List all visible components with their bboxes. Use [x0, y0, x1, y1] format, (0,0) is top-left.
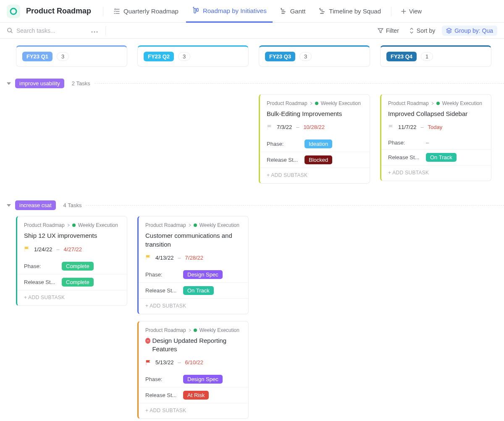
sort-label: Sort by	[417, 27, 435, 34]
release-status-label: Release St...	[24, 279, 57, 285]
release-status-badge: On Track	[183, 286, 214, 295]
column-headers: FY23 Q13FY23 Q23FY23 Q33FY23 Q41	[16, 45, 504, 67]
space-logo[interactable]	[7, 5, 20, 18]
end-date[interactable]: 6/10/22	[185, 359, 203, 366]
svg-point-4	[92, 31, 93, 32]
column-header[interactable]: FY23 Q33	[259, 45, 370, 67]
start-date[interactable]: 4/13/22	[155, 255, 173, 261]
add-subtask-button[interactable]: + ADD SUBTASK	[24, 290, 120, 301]
card-dates: 7/3/22 – 10/28/22	[267, 124, 363, 130]
task-card[interactable]: Product Roadmap Weekly Execution −Design…	[137, 321, 249, 419]
group-name-pill[interactable]: improve usability	[15, 79, 64, 88]
task-card[interactable]: Product Roadmap Weekly Execution Ship 12…	[16, 216, 127, 305]
end-date[interactable]: Today	[428, 124, 443, 130]
phase-label: Phase:	[388, 139, 421, 146]
crumb-space[interactable]: Product Roadmap	[267, 100, 307, 106]
release-status-row[interactable]: Release St... Complete	[24, 274, 120, 290]
add-subtask-button[interactable]: + ADD SUBTASK	[267, 168, 363, 179]
add-subtask-button[interactable]: + ADD SUBTASK	[145, 299, 242, 310]
phase-row[interactable]: Phase: Design Spec	[145, 267, 242, 282]
board-icon	[192, 7, 200, 14]
add-view-label: View	[409, 8, 422, 15]
card-dates: 5/13/22 – 6/10/22	[145, 359, 242, 366]
column-count: 3	[57, 52, 69, 61]
list-dot-icon	[194, 224, 197, 227]
crumb-space[interactable]: Product Roadmap	[24, 222, 65, 228]
date-separator: –	[178, 255, 181, 261]
crumb-space[interactable]: Product Roadmap	[145, 222, 186, 228]
column-header[interactable]: FY23 Q41	[380, 45, 491, 67]
group-task-count: 2 Tasks	[72, 80, 90, 87]
card-breadcrumb: Product Roadmap Weekly Execution	[388, 100, 484, 106]
crumb-space[interactable]: Product Roadmap	[388, 100, 429, 106]
group-header: improve usability 2 Tasks	[7, 79, 504, 88]
tab-gantt[interactable]: Gantt	[274, 0, 312, 23]
page-title: Product Roadmap	[26, 7, 91, 16]
card-title: Improved Collapsed Sidebar	[388, 110, 484, 118]
crumb-list[interactable]: Weekly Execution	[78, 222, 118, 228]
phase-row[interactable]: Phase: –	[388, 136, 484, 149]
release-status-row[interactable]: Release St... At Risk	[145, 387, 242, 403]
column-header[interactable]: FY23 Q23	[137, 45, 249, 67]
dash-line	[86, 205, 504, 205]
card-title: Ship 12 UX improvements	[24, 232, 120, 240]
crumb-list[interactable]: Weekly Execution	[200, 327, 239, 333]
plus-icon	[401, 8, 407, 14]
crumb-list[interactable]: Weekly Execution	[442, 100, 482, 106]
chevron-right-icon	[67, 224, 70, 227]
sort-icon	[409, 28, 414, 34]
task-card[interactable]: Product Roadmap Weekly Execution Improve…	[380, 94, 491, 181]
release-status-badge: Complete	[62, 278, 94, 287]
column-pill: FY23 Q4	[386, 52, 417, 61]
release-status-label: Release St...	[145, 287, 178, 294]
tab-label: Gantt	[290, 8, 306, 15]
chevron-right-icon	[189, 329, 191, 332]
collapse-toggle[interactable]	[7, 204, 11, 207]
start-date[interactable]: 7/3/22	[277, 124, 292, 130]
start-date[interactable]: 11/7/22	[398, 124, 416, 130]
task-card[interactable]: Product Roadmap Weekly Execution Bulk-Ed…	[259, 94, 370, 184]
sort-button[interactable]: Sort by	[406, 26, 438, 36]
end-date[interactable]: 10/28/22	[303, 124, 325, 130]
more-menu[interactable]	[89, 26, 100, 36]
phase-row[interactable]: Phase: Ideation	[267, 136, 363, 152]
phase-row[interactable]: Phase: Design Spec	[145, 371, 242, 387]
column-header[interactable]: FY23 Q13	[16, 45, 127, 67]
crumb-list[interactable]: Weekly Execution	[321, 100, 361, 106]
tab-label: Timeline by Squad	[329, 8, 381, 15]
end-date[interactable]: 4/27/22	[64, 246, 82, 253]
column: Product Roadmap Weekly Execution Bulk-Ed…	[259, 94, 370, 184]
phase-row[interactable]: Phase: Complete	[24, 258, 120, 274]
chevron-right-icon	[189, 224, 191, 227]
crumb-space[interactable]: Product Roadmap	[145, 327, 186, 333]
card-dates: 4/13/22 – 7/28/22	[145, 255, 242, 261]
date-separator: –	[296, 124, 299, 130]
add-subtask-button[interactable]: + ADD SUBTASK	[388, 166, 484, 176]
release-status-badge: At Risk	[183, 391, 209, 400]
add-view-button[interactable]: View	[396, 8, 427, 15]
group-by-button[interactable]: Group by: Qua	[442, 26, 497, 36]
crumb-list[interactable]: Weekly Execution	[200, 222, 239, 228]
start-date[interactable]: 1/24/22	[34, 246, 52, 253]
release-status-row[interactable]: Release St... On Track	[388, 150, 484, 165]
filter-button[interactable]: Filter	[374, 26, 402, 36]
search-icon	[7, 27, 13, 34]
phase-value: –	[426, 139, 429, 146]
phase-label: Phase:	[145, 376, 178, 382]
tab-timeline-by-squad[interactable]: Timeline by Squad	[313, 0, 387, 23]
tab-roadmap-by-initiatives[interactable]: Roadmap by Initiatives	[186, 0, 273, 23]
column	[380, 216, 491, 419]
start-date[interactable]: 5/13/22	[155, 359, 173, 366]
group-name-pill[interactable]: increase csat	[15, 200, 56, 210]
add-subtask-button[interactable]: + ADD SUBTASK	[145, 403, 242, 414]
collapse-toggle[interactable]	[7, 82, 11, 85]
search-input[interactable]	[16, 27, 84, 34]
release-status-row[interactable]: Release St... On Track	[145, 283, 242, 298]
tab-quarterly-roadmap[interactable]: Quarterly Roadmap	[108, 0, 184, 23]
end-date[interactable]: 7/28/22	[185, 255, 203, 261]
phase-label: Phase:	[267, 141, 299, 147]
phase-label: Phase:	[145, 271, 178, 278]
dash-line	[94, 83, 504, 84]
task-card[interactable]: Product Roadmap Weekly Execution Custome…	[137, 216, 249, 314]
release-status-row[interactable]: Release St... Blocked	[267, 152, 363, 168]
